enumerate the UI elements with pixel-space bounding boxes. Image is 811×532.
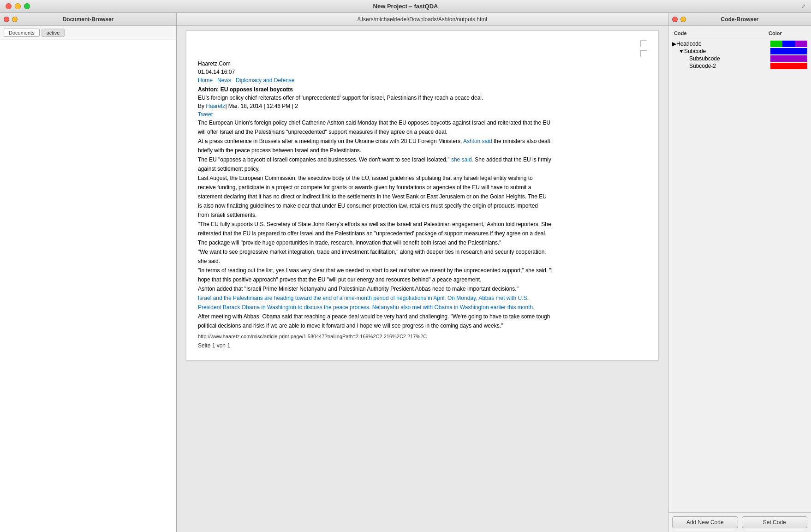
- nav-links: Home News Diplomacy and Defense: [198, 76, 647, 84]
- date-line: 01.04.14 16:07: [198, 68, 647, 76]
- tree-item-subsubcode[interactable]: ▶ Subsubcode: [672, 55, 807, 62]
- set-code-button[interactable]: Set Code: [742, 516, 808, 528]
- active-tab[interactable]: active: [42, 29, 65, 37]
- subcode-label: Subcode: [684, 48, 770, 54]
- close-button[interactable]: [6, 3, 12, 9]
- article-subtitle: EU's foreign policy chief reiterates off…: [198, 94, 647, 102]
- panel-close-button[interactable]: [4, 17, 9, 22]
- subsubcode-swatch: [770, 55, 807, 62]
- headcode-triangle: ▶: [672, 41, 676, 47]
- page-corner-bottom: [640, 50, 647, 57]
- tree-item-subcode2[interactable]: ▶ Subcode-2: [672, 62, 807, 70]
- window-title: New Project – fastQDA: [373, 3, 438, 10]
- byline: By Haaretz| Mar. 18, 2014 | 12:46 PM | 2: [198, 102, 647, 110]
- subcode-swatch: [770, 48, 807, 54]
- para3-link[interactable]: Ashton said: [463, 138, 492, 144]
- code-tree-header: Code Color: [672, 30, 807, 38]
- col-color-label: Color: [769, 30, 805, 36]
- site-name: Haaretz.Com: [198, 60, 647, 68]
- para10: is also now finalizing guidelines to mak…: [198, 202, 647, 210]
- para7: Last August, the European Commission, th…: [198, 174, 647, 182]
- doc-browser-toolbar: Documents active: [0, 26, 176, 40]
- page-indicator: Seite 1 von 1: [198, 341, 647, 350]
- col-code-label: Code: [674, 30, 769, 36]
- para16: she said.: [198, 257, 647, 265]
- para19: Ashton added that "Israeli Prime Ministe…: [198, 285, 647, 293]
- document-browser-panel: Document-Browser Documents active: [0, 13, 177, 532]
- code-browser-title: Code-Browser: [721, 16, 758, 23]
- tree-item-headcode[interactable]: ▶ Headcode: [672, 40, 807, 48]
- code-panel-minimize-button[interactable]: [680, 17, 686, 22]
- para21: political decisions and risks if we are …: [198, 322, 647, 330]
- para3: At a press conference in Brussels after …: [198, 137, 647, 145]
- expand-icon[interactable]: ⤢: [801, 3, 805, 9]
- para3-post: the ministers also dealt: [494, 138, 550, 144]
- file-path: /Users/michaelriedel/Downloads/Ashton/ou…: [358, 16, 487, 23]
- document-scroll-area[interactable]: Haaretz.Com 01.04.14 16:07 Home News Dip…: [177, 26, 668, 532]
- subsubcode-label: Subsubcode: [689, 55, 770, 62]
- code-browser-header: Code-Browser: [668, 13, 811, 26]
- main-layout: Document-Browser Documents active /Users…: [0, 13, 811, 532]
- link2-anchor[interactable]: President Barack Obama in Washington to …: [198, 304, 534, 311]
- link2[interactable]: President Barack Obama in Washington to …: [198, 303, 647, 311]
- headcode-swatch: [770, 41, 807, 47]
- code-panel-controls[interactable]: [672, 17, 686, 22]
- para5-text: The EU "opposes a boycott of Israeli com…: [198, 156, 450, 163]
- path-bar: /Users/michaelriedel/Downloads/Ashton/ou…: [177, 13, 668, 26]
- para8: receive funding, participate in a projec…: [198, 183, 647, 191]
- doc-browser-title: Document-Browser: [63, 16, 114, 23]
- panel-controls[interactable]: [4, 17, 18, 22]
- minimize-button[interactable]: [15, 3, 21, 9]
- para4: briefly with the peace process between I…: [198, 146, 647, 155]
- subcode2-label: Subcode-2: [689, 63, 770, 69]
- code-browser-footer: Add New Code Set Code: [668, 512, 811, 532]
- para12: "The EU fully supports U.S. Secretary of…: [198, 220, 647, 228]
- byline-author[interactable]: Haaretz: [206, 103, 225, 109]
- add-new-code-button[interactable]: Add New Code: [672, 516, 738, 528]
- subcode2-swatch: [770, 63, 807, 69]
- headcode-label: Headcode: [676, 41, 770, 47]
- document-list: [0, 40, 176, 532]
- code-browser-panel: Code-Browser Code Color ▶ Headcode ▼ Sub…: [668, 13, 811, 532]
- article-title: Ashton: EU opposes Israel boycotts: [198, 85, 647, 94]
- doc-browser-header: Document-Browser: [0, 13, 176, 26]
- link1-anchor[interactable]: Israel and the Palestinians are heading …: [198, 295, 529, 301]
- below-doc-space: [186, 370, 659, 406]
- documents-tab[interactable]: Documents: [4, 29, 40, 37]
- para9: statement declaring that it has no direc…: [198, 192, 647, 201]
- title-bar: New Project – fastQDA ⤢: [0, 0, 811, 13]
- para1: The European Union's foreign policy chie…: [198, 119, 647, 127]
- page-corner-top: [640, 40, 647, 47]
- code-panel-close-button[interactable]: [672, 17, 678, 22]
- para11: from Israeli settlements.: [198, 211, 647, 219]
- para13: reiterated that the EU is prepared to of…: [198, 229, 647, 238]
- para5-link[interactable]: she said.: [451, 156, 473, 163]
- subcode-triangle: ▼: [679, 48, 684, 54]
- para17: "In terms of reading out the list, yes I…: [198, 266, 647, 275]
- para14: The package will "provide huge opportuni…: [198, 239, 647, 247]
- tweet-anchor[interactable]: Tweet: [198, 111, 213, 118]
- maximize-button[interactable]: [24, 3, 30, 9]
- para3-pre: At a press conference in Brussels after …: [198, 138, 462, 144]
- nav-news[interactable]: News: [217, 77, 231, 84]
- code-browser-content: Code Color ▶ Headcode ▼ Subcode ▶ Subsub…: [668, 26, 811, 512]
- para20: After meeting with Abbas, Obama said tha…: [198, 312, 647, 321]
- content-area: /Users/michaelriedel/Downloads/Ashton/ou…: [177, 13, 668, 532]
- tweet-link[interactable]: Tweet: [198, 110, 647, 119]
- window-controls[interactable]: [6, 3, 30, 9]
- link1[interactable]: Israel and the Palestinians are heading …: [198, 294, 647, 302]
- para2: will offer Israel and the Palestinians "…: [198, 128, 647, 136]
- para6: against settlement policy.: [198, 165, 647, 173]
- tree-item-subcode[interactable]: ▼ Subcode: [672, 48, 807, 55]
- panel-minimize-button[interactable]: [12, 17, 18, 22]
- byline-date: | Mar. 18, 2014 | 12:46 PM | 2: [225, 103, 298, 109]
- para5: The EU "opposes a boycott of Israeli com…: [198, 155, 647, 164]
- para18: hope that this positive approach" proves…: [198, 275, 647, 284]
- nav-home[interactable]: Home: [198, 77, 213, 84]
- url-line: http://www.haaretz.com/misc/article-prin…: [198, 333, 647, 341]
- nav-diplomacy[interactable]: Diplomacy and Defense: [236, 77, 294, 84]
- document-content: Haaretz.Com 01.04.14 16:07 Home News Dip…: [198, 60, 647, 350]
- para5-post: She added that the EU is firmly: [475, 156, 551, 163]
- para15: "We want to see progressive market integ…: [198, 248, 647, 256]
- document-page: Haaretz.Com 01.04.14 16:07 Home News Dip…: [186, 30, 659, 360]
